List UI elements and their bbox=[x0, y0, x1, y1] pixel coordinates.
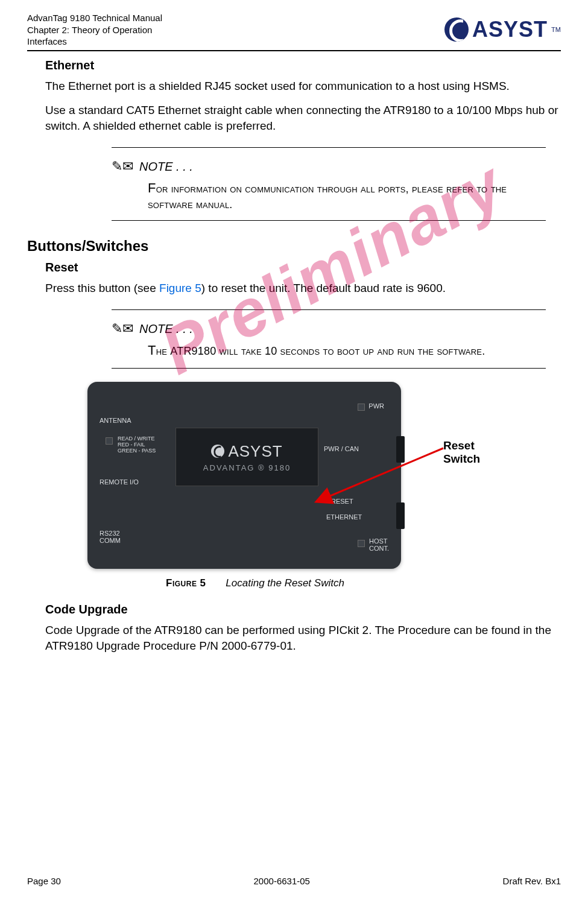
footer-rev: Draft Rev. Bx1 bbox=[503, 876, 561, 886]
code-upgrade-para: Code Upgrade of the ATR9180 can be perfo… bbox=[45, 623, 561, 654]
reset-heading: Reset bbox=[45, 261, 561, 274]
section-line: Interfaces bbox=[27, 36, 162, 48]
reset-switch-callout: ResetSwitch bbox=[443, 439, 480, 466]
doc-title: AdvanTag 9180 Technical Manual bbox=[27, 12, 162, 24]
pencil-note-icon: ✎✉ bbox=[112, 321, 133, 337]
note-body-1: For information on communication through… bbox=[112, 179, 546, 212]
page-footer: Page 30 2000-6631-05 Draft Rev. Bx1 bbox=[27, 876, 561, 886]
note-block-2: ✎✉ NOTE . . . The ATR9180 will take 10 s… bbox=[112, 309, 546, 369]
svg-line-0 bbox=[327, 448, 443, 497]
device-model: ADVANTAG ® 9180 bbox=[203, 463, 291, 472]
label-rs232: RS232 bbox=[100, 530, 120, 537]
label-ethernet-port: ETHERNET bbox=[326, 513, 362, 521]
host-led bbox=[358, 540, 365, 547]
footer-page: Page 30 bbox=[27, 876, 61, 886]
note-block-1: ✎✉ NOTE . . . For information on communi… bbox=[112, 147, 546, 221]
device-brand: ASYST bbox=[228, 442, 282, 461]
reset-para: Press this button (see Figure 5) to rese… bbox=[45, 280, 561, 296]
label-read-write: READ / WRITE bbox=[118, 436, 155, 442]
label-pwr: PWR bbox=[368, 402, 384, 410]
code-upgrade-heading: Code Upgrade bbox=[45, 603, 561, 616]
trademark-symbol: TM bbox=[551, 26, 561, 33]
note-body-2: The ATR9180 will take 10 seconds to boot… bbox=[112, 341, 546, 360]
device-screen: ASYST ADVANTAG ® 9180 bbox=[175, 428, 318, 486]
pencil-note-icon: ✎✉ bbox=[112, 159, 133, 174]
device-logo-icon bbox=[211, 445, 224, 458]
label-cont: CONT. bbox=[369, 545, 389, 552]
label-red-fail: RED - FAIL bbox=[118, 442, 145, 448]
label-comm: COMM bbox=[100, 537, 121, 544]
logo-swirl-icon bbox=[444, 17, 469, 42]
brand-logo: ASYST TM bbox=[444, 17, 561, 42]
chapter-line: Chapter 2: Theory of Operation bbox=[27, 24, 162, 36]
figure-5-wrap: ANTENNA READ / WRITE RED - FAIL GREEN - … bbox=[87, 382, 561, 589]
ethernet-heading: Ethernet bbox=[45, 59, 561, 72]
footer-docnum: 2000-6631-05 bbox=[254, 876, 310, 886]
note-label-1: NOTE . . . bbox=[139, 160, 193, 174]
ethernet-para-2: Use a standard CAT5 Ethernet straight ca… bbox=[45, 103, 561, 134]
figure-5-link[interactable]: Figure 5 bbox=[159, 282, 201, 294]
figure-5-caption: Figure 5 Locating the Reset Switch bbox=[166, 577, 561, 589]
label-host: HOST bbox=[369, 537, 388, 545]
brand-name: ASYST bbox=[472, 17, 548, 42]
label-remote-io: REMOTE I/O bbox=[100, 478, 139, 486]
pwr-led bbox=[358, 404, 365, 411]
ethernet-para-1: The Ethernet port is a shielded RJ45 soc… bbox=[45, 78, 561, 94]
callout-arrow bbox=[323, 445, 455, 512]
buttons-switches-heading: Buttons/Switches bbox=[27, 238, 561, 255]
page-header: AdvanTag 9180 Technical Manual Chapter 2… bbox=[27, 12, 561, 51]
figure-title: Locating the Reset Switch bbox=[226, 577, 344, 589]
label-antenna: ANTENNA bbox=[100, 417, 131, 424]
led-indicator bbox=[106, 437, 113, 445]
label-green-pass: GREEN - PASS bbox=[118, 448, 156, 454]
header-left-block: AdvanTag 9180 Technical Manual Chapter 2… bbox=[27, 12, 162, 48]
figure-number: Figure 5 bbox=[166, 577, 206, 589]
note-label-2: NOTE . . . bbox=[139, 322, 193, 336]
